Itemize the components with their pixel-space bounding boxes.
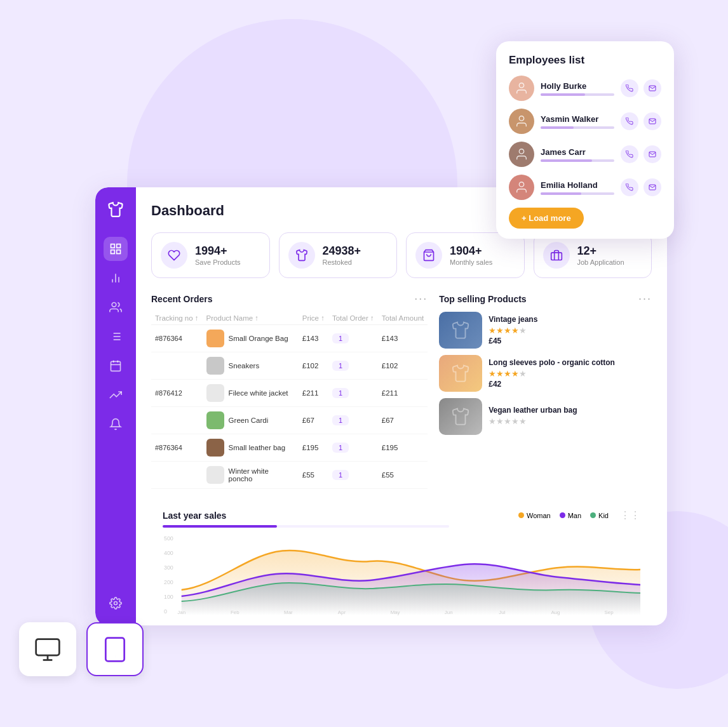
orders-menu-dots[interactable]: ···: [414, 292, 428, 305]
stat-label-1: Restoked: [323, 258, 361, 266]
qty-cell: 1: [328, 407, 378, 434]
svg-text:Mar: Mar: [284, 610, 293, 615]
load-more-button[interactable]: + Load more: [509, 208, 584, 229]
tracking-cell: [151, 352, 203, 380]
tablet-icon: [101, 636, 129, 664]
product-list: Vintage jeans ★★★★★ £45 Long sleeves pol…: [439, 312, 652, 435]
product-name: Winter white poncho: [229, 467, 295, 483]
amount-cell: £67: [378, 407, 428, 434]
legend-dot-kid: [590, 512, 596, 518]
device-tablet-box[interactable]: [86, 622, 144, 676]
product-name: Green Cardi: [229, 417, 269, 424]
svg-text:100: 100: [164, 594, 173, 600]
sidebar-item-settings[interactable]: [104, 591, 128, 615]
employee-message-button[interactable]: [644, 145, 661, 163]
svg-rect-7: [111, 250, 115, 254]
stat-label-2: Monthly sales: [450, 258, 492, 266]
employee-row: Yasmin Walker: [509, 109, 661, 134]
chart-scrollbar[interactable]: [163, 525, 449, 528]
amount-cell: £195: [378, 434, 428, 462]
legend-man: Man: [560, 512, 581, 519]
two-col-section: Recent Orders ··· Tracking no ↑ Product …: [151, 292, 652, 489]
svg-text:500: 500: [164, 535, 173, 542]
employee-bar: [541, 93, 614, 96]
employee-call-button[interactable]: [621, 145, 638, 163]
qty-cell: 1: [328, 352, 378, 380]
employee-bar-fill: [541, 159, 592, 162]
employee-avatar: [509, 76, 534, 101]
table-row: Green Cardi £67 1 £67: [151, 407, 428, 434]
employee-name: Emilia Holland: [541, 180, 614, 190]
device-monitor-box[interactable]: [19, 622, 76, 676]
sidebar-item-trend[interactable]: [104, 383, 128, 407]
svg-point-1: [519, 116, 523, 121]
stat-card-0: 1994+ Save Products: [151, 232, 270, 278]
stat-icon-heart: [161, 242, 187, 269]
stat-value-1: 24938+: [323, 244, 361, 258]
employee-avatar: [509, 142, 534, 167]
table-row: Sneakers £102 1 £102: [151, 352, 428, 380]
legend-label-woman: Woman: [527, 512, 551, 519]
sidebar-item-notifications[interactable]: [104, 412, 128, 436]
sidebar-item-analytics[interactable]: [104, 266, 128, 290]
employee-call-button[interactable]: [621, 79, 638, 97]
product-cell: Green Cardi: [203, 407, 299, 434]
svg-text:0: 0: [164, 608, 167, 615]
sidebar-item-list[interactable]: [104, 324, 128, 349]
amount-cell: £143: [378, 325, 428, 352]
employee-call-button[interactable]: [621, 112, 638, 130]
employee-row: Emilia Holland: [509, 175, 661, 200]
amount-cell: £211: [378, 380, 428, 407]
qty-cell: 1: [328, 434, 378, 462]
product-name: Sneakers: [229, 362, 260, 370]
product-name: Small leather bag: [229, 444, 286, 451]
employee-actions: [621, 79, 661, 97]
col-amount: Total Amount: [378, 312, 428, 325]
device-icons: [19, 622, 144, 676]
product-name: Small Orange Bag: [229, 335, 288, 342]
products-section: Top selling Products ··· Vintage jeans ★…: [439, 292, 652, 489]
product-cell: Winter white poncho: [203, 462, 299, 489]
sidebar-item-dashboard[interactable]: [104, 237, 128, 261]
product-image: [439, 312, 482, 349]
svg-point-0: [519, 83, 523, 88]
product-name: Filece white jacket: [229, 389, 288, 397]
employee-bar-fill: [541, 192, 581, 195]
employee-actions: [621, 145, 661, 163]
svg-point-11: [112, 303, 116, 307]
stat-icon-tshirt: [288, 242, 315, 269]
orders-table: Tracking no ↑ Product Name ↑ Price ↑ Tot…: [151, 312, 428, 489]
sidebar-item-calendar[interactable]: [104, 354, 128, 378]
svg-text:Feb: Feb: [231, 610, 239, 615]
legend-dot-woman: [518, 512, 524, 518]
svg-text:Apr: Apr: [338, 610, 346, 615]
product-image: [439, 355, 482, 392]
table-row: #876364 Small leather bag £195 1 £195: [151, 434, 428, 462]
stat-value-3: 12+: [577, 244, 624, 258]
product-image: [439, 398, 482, 435]
svg-text:Sep: Sep: [605, 610, 614, 615]
employee-name: Holly Burke: [541, 81, 614, 91]
table-row: #876412 Filece white jacket £211 1 £211: [151, 380, 428, 407]
stat-value-0: 1994+: [195, 244, 241, 258]
chart-options[interactable]: ⋮⋮: [620, 509, 640, 521]
product-item-price: £45: [489, 337, 537, 345]
employee-bar: [541, 126, 614, 129]
employee-call-button[interactable]: [621, 178, 638, 196]
sidebar-item-users[interactable]: [104, 295, 128, 319]
price-cell: £102: [299, 352, 328, 380]
employee-message-button[interactable]: [644, 79, 661, 97]
product-item: Long sleeves polo - organic cotton ★★★★★…: [439, 355, 652, 392]
load-more-label: + Load more: [522, 213, 571, 223]
table-row: Winter white poncho £55 1 £55: [151, 462, 428, 489]
price-cell: £67: [299, 407, 328, 434]
product-stars: ★★★★★: [489, 369, 615, 378]
employee-message-button[interactable]: [644, 112, 661, 130]
employee-message-button[interactable]: [644, 178, 661, 196]
legend-dot-man: [560, 512, 565, 518]
products-menu-dots[interactable]: ···: [638, 292, 652, 305]
product-item: Vegan leather urban bag ★★★★★: [439, 398, 652, 435]
dashboard-card: Dashboard 10-10-2020 1994+ Save Products: [95, 187, 667, 625]
svg-point-3: [519, 182, 523, 187]
employee-name: James Carr: [541, 147, 614, 157]
